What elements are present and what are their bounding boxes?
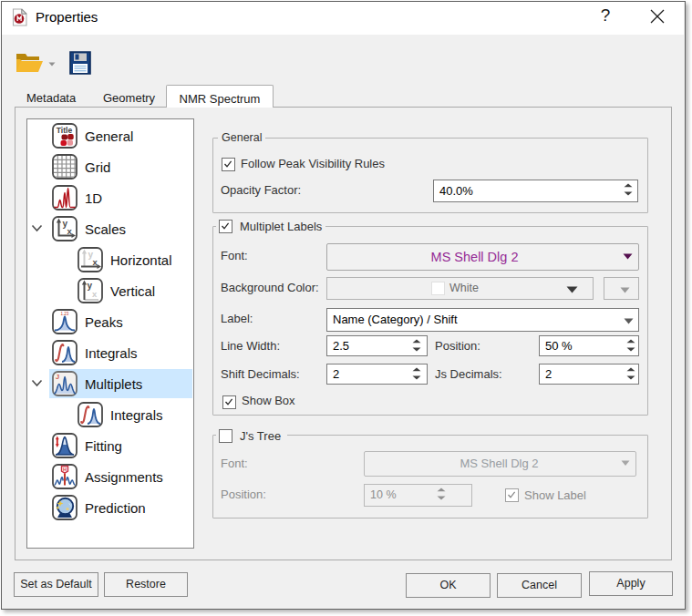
svg-text:1.23: 1.23: [61, 312, 69, 316]
svg-text:y: y: [88, 281, 93, 291]
svg-text:Title: Title: [57, 126, 73, 135]
svg-text:x: x: [93, 257, 98, 267]
svg-text:J: J: [56, 373, 59, 381]
svg-text:x: x: [92, 289, 98, 299]
svg-text:x: x: [67, 226, 73, 236]
svg-text:H: H: [63, 467, 67, 472]
